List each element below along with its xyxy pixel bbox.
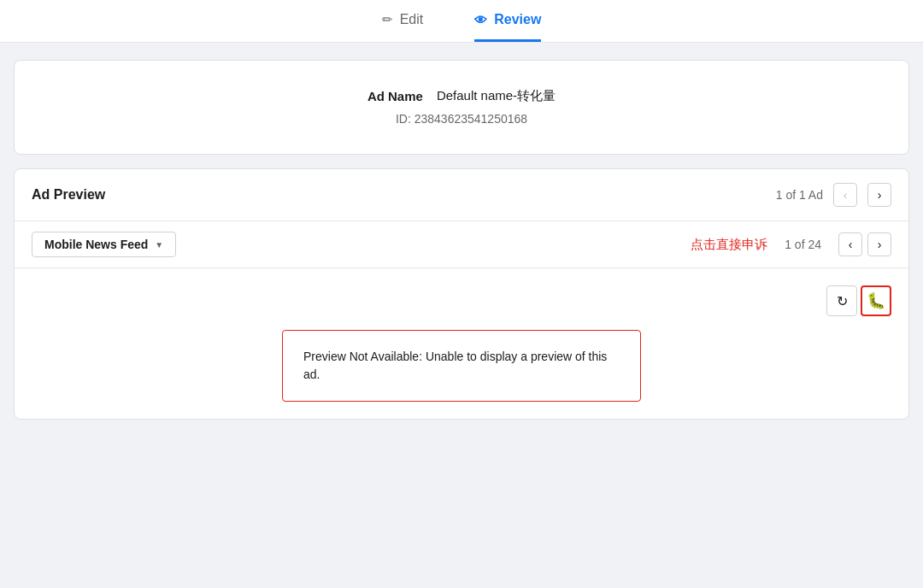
placement-label: Mobile News Feed bbox=[44, 238, 148, 251]
ad-name-card: Ad Name Default name-转化量 ID: 23843623541… bbox=[14, 60, 909, 155]
preview-toolbar: Mobile News Feed ▼ 点击直接申诉 1 of 24 ‹ › bbox=[15, 221, 908, 268]
ad-preview-nav: 1 of 1 Ad ‹ › bbox=[776, 183, 891, 207]
ad-preview-page-indicator: 1 of 1 Ad bbox=[776, 188, 823, 202]
ad-name-label: Ad Name bbox=[367, 89, 423, 103]
bug-report-button[interactable]: 🐛 bbox=[861, 285, 891, 316]
ad-name-value: Default name-转化量 bbox=[437, 88, 556, 104]
tab-review-label: Review bbox=[494, 12, 541, 27]
placement-prev-button[interactable]: ‹ bbox=[838, 232, 862, 256]
dropdown-arrow-icon: ▼ bbox=[155, 240, 163, 250]
preview-next-button[interactable]: › bbox=[867, 183, 891, 207]
review-icon: 👁 bbox=[474, 13, 487, 27]
placement-next-button[interactable]: › bbox=[867, 232, 891, 256]
ad-id-text: ID: 23843623541250168 bbox=[396, 112, 527, 126]
ad-preview-card: Ad Preview 1 of 1 Ad ‹ › Mobile News Fee… bbox=[14, 168, 909, 420]
toolbar-right: 点击直接申诉 1 of 24 ‹ › bbox=[691, 232, 891, 256]
preview-action-buttons: ↻ 🐛 bbox=[826, 285, 891, 316]
placement-dropdown[interactable]: Mobile News Feed ▼ bbox=[32, 232, 176, 257]
tab-bar: ✏ Edit 👁 Review bbox=[0, 0, 923, 43]
page-wrapper: ✏ Edit 👁 Review Ad Name Default name-转化量… bbox=[0, 0, 923, 588]
tab-edit[interactable]: ✏ Edit bbox=[382, 12, 424, 42]
tab-review[interactable]: 👁 Review bbox=[474, 12, 541, 42]
edit-icon: ✏ bbox=[382, 12, 393, 27]
preview-error-box: Preview Not Available: Unable to display… bbox=[282, 330, 641, 402]
preview-nav-group: ‹ › bbox=[838, 232, 891, 256]
tab-edit-label: Edit bbox=[400, 12, 424, 27]
refresh-icon: ↻ bbox=[837, 293, 848, 309]
bug-icon: 🐛 bbox=[867, 291, 885, 310]
ad-preview-title: Ad Preview bbox=[32, 187, 105, 203]
preview-error-text: Preview Not Available: Unable to display… bbox=[303, 348, 620, 384]
complaint-text[interactable]: 点击直接申诉 bbox=[691, 237, 767, 253]
preview-content-area: ↻ 🐛 Preview Not Available: Unable to dis… bbox=[15, 268, 908, 419]
preview-prev-button[interactable]: ‹ bbox=[833, 183, 857, 207]
ad-preview-header: Ad Preview 1 of 1 Ad ‹ › bbox=[15, 169, 908, 221]
content-area: Ad Name Default name-转化量 ID: 23843623541… bbox=[0, 43, 923, 437]
ad-id: ID: 23843623541250168 bbox=[396, 111, 527, 126]
refresh-button[interactable]: ↻ bbox=[826, 285, 857, 316]
ad-name-row: Ad Name Default name-转化量 bbox=[367, 88, 556, 104]
preview-count: 1 of 24 bbox=[785, 238, 821, 251]
